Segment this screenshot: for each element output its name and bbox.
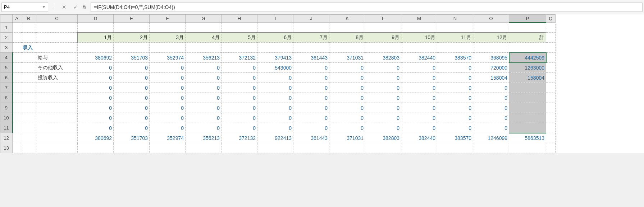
data-cell[interactable]: 0 [221, 63, 257, 73]
data-cell[interactable]: 0 [150, 63, 186, 73]
data-cell[interactable]: 379413 [257, 53, 293, 63]
col-header-F[interactable]: F [150, 15, 186, 23]
data-cell[interactable]: 0 [365, 123, 401, 133]
cell[interactable] [13, 63, 21, 73]
data-cell[interactable]: 0 [437, 113, 473, 123]
data-cell[interactable]: 0 [401, 103, 437, 113]
col-header-P[interactable]: P [509, 15, 546, 23]
cell[interactable] [329, 43, 365, 53]
data-cell[interactable]: 0 [150, 123, 186, 133]
col-header-B[interactable]: B [21, 15, 36, 23]
total-cell[interactable] [509, 103, 546, 113]
cell[interactable] [365, 143, 401, 153]
sum-cell[interactable]: 352974 [150, 133, 186, 143]
row-header-1[interactable]: 1 [0, 23, 13, 33]
data-cell[interactable]: 0 [186, 123, 221, 133]
data-cell[interactable]: 0 [329, 103, 365, 113]
month-header[interactable]: 12月 [473, 33, 509, 43]
chevron-down-icon[interactable]: ▼ [42, 5, 46, 9]
data-cell[interactable]: 371031 [329, 53, 365, 63]
sum-cell[interactable]: 1246099 [473, 133, 509, 143]
cell[interactable] [546, 63, 556, 73]
cell[interactable] [13, 83, 21, 93]
cell[interactable] [21, 23, 36, 33]
cell[interactable] [221, 143, 257, 153]
select-all-corner[interactable] [0, 15, 13, 23]
col-header-J[interactable]: J [293, 15, 329, 23]
data-cell[interactable]: 0 [329, 83, 365, 93]
cell[interactable] [221, 43, 257, 53]
col-header-A[interactable]: A [13, 15, 21, 23]
cell[interactable] [473, 23, 509, 33]
col-header-M[interactable]: M [401, 15, 437, 23]
row-label[interactable]: 投資収入 [36, 73, 78, 83]
data-cell[interactable]: 0 [293, 103, 329, 113]
cell[interactable] [13, 33, 21, 43]
cell[interactable] [21, 93, 36, 103]
month-header[interactable]: 3月 [150, 33, 186, 43]
name-box[interactable]: ▼ [1, 3, 48, 12]
cell[interactable] [21, 133, 36, 143]
data-cell[interactable]: 0 [437, 83, 473, 93]
fx-icon[interactable]: fx [83, 4, 86, 10]
row-header-9[interactable]: 9 [0, 103, 13, 113]
col-header-N[interactable]: N [437, 15, 473, 23]
data-cell[interactable]: 0 [437, 103, 473, 113]
row-header-10[interactable]: 10 [0, 113, 13, 123]
row-header-7[interactable]: 7 [0, 83, 13, 93]
data-cell[interactable]: 368095 [473, 53, 509, 63]
data-cell[interactable]: 382803 [365, 53, 401, 63]
cell[interactable] [293, 23, 329, 33]
data-cell[interactable]: 0 [365, 103, 401, 113]
cell[interactable] [546, 53, 556, 63]
cell[interactable] [546, 23, 556, 33]
col-header-L[interactable]: L [365, 15, 401, 23]
cell[interactable] [13, 133, 21, 143]
data-cell[interactable]: 380692 [78, 53, 114, 63]
cell[interactable] [293, 143, 329, 153]
row-header-2[interactable]: 2 [0, 33, 13, 43]
cell[interactable] [437, 23, 473, 33]
total-cell[interactable] [509, 123, 546, 133]
data-cell[interactable]: 0 [293, 123, 329, 133]
data-cell[interactable]: 0 [365, 93, 401, 103]
data-cell[interactable]: 0 [257, 73, 293, 83]
cell[interactable] [150, 43, 186, 53]
data-cell[interactable]: 0 [293, 73, 329, 83]
cell[interactable] [36, 33, 78, 43]
data-cell[interactable]: 0 [114, 63, 150, 73]
cell[interactable] [114, 43, 150, 53]
data-cell[interactable]: 0 [186, 113, 221, 123]
col-header-O[interactable]: O [473, 15, 509, 23]
data-cell[interactable]: 0 [293, 93, 329, 103]
row-label[interactable] [36, 93, 78, 103]
col-header-Q[interactable]: Q [546, 15, 556, 23]
month-header[interactable]: 10月 [401, 33, 437, 43]
data-cell[interactable]: 0 [186, 103, 221, 113]
cell[interactable] [13, 93, 21, 103]
row-header-11[interactable]: 11 [0, 123, 13, 133]
row-header-6[interactable]: 6 [0, 73, 13, 83]
cell[interactable] [257, 23, 293, 33]
cell[interactable] [21, 103, 36, 113]
cell[interactable] [13, 103, 21, 113]
total-cell[interactable] [509, 93, 546, 103]
data-cell[interactable]: 0 [114, 73, 150, 83]
data-cell[interactable]: 0 [437, 73, 473, 83]
data-cell[interactable]: 0 [473, 113, 509, 123]
month-header[interactable]: 4月 [186, 33, 221, 43]
col-header-H[interactable]: H [221, 15, 257, 23]
data-cell[interactable]: 0 [221, 93, 257, 103]
sum-cell[interactable]: 382440 [401, 133, 437, 143]
data-cell[interactable]: 0 [78, 93, 114, 103]
cell[interactable] [13, 123, 21, 133]
row-label[interactable]: その他収入 [36, 63, 78, 73]
row-label[interactable] [36, 83, 78, 93]
col-header-K[interactable]: K [329, 15, 365, 23]
data-cell[interactable]: 0 [114, 113, 150, 123]
month-header[interactable]: 1月 [78, 33, 114, 43]
data-cell[interactable]: 372132 [221, 53, 257, 63]
data-cell[interactable]: 0 [329, 73, 365, 83]
data-cell[interactable]: 0 [257, 93, 293, 103]
data-cell[interactable]: 0 [329, 63, 365, 73]
